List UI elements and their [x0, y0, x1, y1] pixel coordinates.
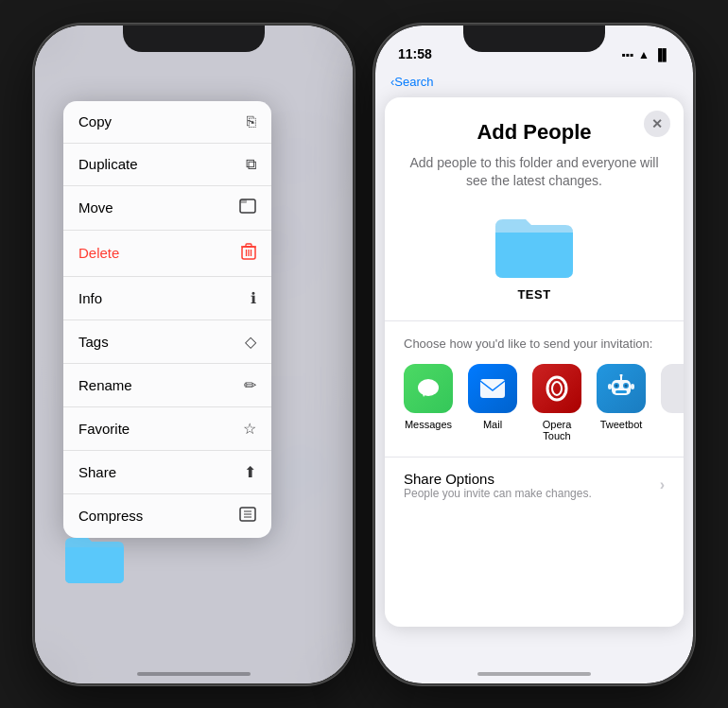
rename-icon: ✏: [244, 376, 256, 394]
svg-point-21: [625, 384, 628, 387]
menu-label-info: Info: [78, 290, 102, 306]
svg-point-12: [418, 379, 439, 396]
home-indicator: [137, 672, 251, 676]
app-messages[interactable]: Messages: [404, 364, 453, 430]
left-screen: 11:58 ▪▪▪ ▲ ▐▌ ‹ Search Copy ⎘ Duplicate…: [35, 26, 353, 683]
tweetbot-label: Tweetbot: [600, 419, 643, 430]
menu-item-favorite[interactable]: Favorite ☆: [63, 407, 271, 451]
modal-title: Add People: [404, 120, 665, 145]
menu-item-rename[interactable]: Rename ✏: [63, 364, 271, 407]
svg-point-15: [547, 377, 566, 400]
status-icons-right: ▪▪▪ ▲ ▐▌: [621, 48, 670, 61]
nav-back-label-right[interactable]: Search: [394, 75, 433, 89]
menu-item-delete[interactable]: Delete: [63, 231, 271, 277]
wifi-icon-right: ▲: [638, 48, 650, 61]
share-options-sub: People you invite can make changes.: [404, 487, 592, 500]
tweetbot-icon: [597, 364, 646, 413]
app-more[interactable]: [661, 364, 684, 413]
notch: [463, 26, 605, 52]
notch: [123, 26, 265, 52]
messages-icon: [404, 364, 453, 413]
menu-label-rename: Rename: [78, 377, 132, 393]
share-prompt: Choose how you'd like to send your invit…: [404, 337, 665, 351]
menu-label-share: Share: [78, 464, 116, 480]
messages-label: Messages: [405, 419, 452, 430]
svg-point-19: [615, 384, 618, 387]
share-options-row[interactable]: Share Options People you invite can make…: [404, 458, 665, 513]
menu-label-delete: Delete: [78, 245, 119, 261]
chevron-right-icon: ›: [660, 476, 665, 493]
opera-label: Opera Touch: [532, 419, 581, 441]
opera-icon: [532, 364, 581, 413]
svg-rect-26: [631, 384, 634, 389]
folder-right: TEST: [404, 208, 665, 302]
menu-item-copy[interactable]: Copy ⎘: [63, 101, 271, 144]
share-section: Choose how you'd like to send your invit…: [385, 321, 684, 513]
compress-icon: [239, 507, 256, 526]
add-people-modal: ✕ Add People Add people to this folder a…: [385, 97, 684, 627]
menu-label-favorite: Favorite: [78, 421, 130, 437]
share-icon: ⬆: [244, 463, 256, 481]
menu-label-copy: Copy: [78, 113, 112, 130]
menu-label-move: Move: [78, 199, 113, 216]
signal-icon-right: ▪▪▪: [621, 48, 633, 61]
tags-icon: ◇: [245, 333, 256, 351]
app-opera[interactable]: Opera Touch: [532, 364, 581, 441]
svg-rect-14: [480, 379, 505, 398]
context-menu: Copy ⎘ Duplicate ⧉ Move Delete: [63, 101, 271, 538]
more-apps-icon: [661, 364, 684, 413]
trash-icon: [241, 243, 256, 264]
right-phone: 11:58 ▪▪▪ ▲ ▐▌ ‹ Search ✕ Add People Add…: [373, 24, 695, 685]
modal-subtitle: Add people to this folder and everyone w…: [404, 154, 665, 191]
app-tweetbot[interactable]: Tweetbot: [597, 364, 646, 430]
left-phone: 11:58 ▪▪▪ ▲ ▐▌ ‹ Search Copy ⎘ Duplicate…: [33, 24, 355, 685]
share-options-text: Share Options People you invite can make…: [404, 471, 592, 500]
app-mail[interactable]: Mail: [468, 364, 517, 430]
svg-point-24: [620, 374, 623, 377]
move-icon: [239, 199, 256, 217]
svg-rect-25: [608, 384, 612, 389]
close-icon: ✕: [651, 116, 663, 131]
svg-rect-22: [615, 390, 627, 393]
share-options-title: Share Options: [404, 471, 592, 487]
menu-item-info[interactable]: Info ℹ: [63, 277, 271, 320]
right-screen: 11:58 ▪▪▪ ▲ ▐▌ ‹ Search ✕ Add People Add…: [375, 26, 693, 683]
folder-name: TEST: [517, 287, 550, 302]
menu-label-duplicate: Duplicate: [78, 156, 138, 172]
close-button[interactable]: ✕: [644, 111, 670, 137]
menu-item-move[interactable]: Move: [63, 186, 271, 231]
home-indicator-right: [477, 672, 591, 676]
status-time-right: 11:58: [398, 46, 432, 61]
modal-content: Add People Add people to this folder and…: [385, 97, 684, 302]
mail-icon: [468, 364, 517, 413]
mail-label: Mail: [483, 419, 502, 430]
nav-bar-right: ‹ Search: [375, 67, 693, 97]
menu-label-tags: Tags: [78, 334, 109, 350]
info-icon: ℹ: [251, 289, 256, 307]
svg-point-16: [552, 382, 562, 395]
menu-item-duplicate[interactable]: Duplicate ⧉: [63, 144, 271, 186]
menu-item-tags[interactable]: Tags ◇: [63, 320, 271, 364]
svg-rect-4: [246, 244, 251, 247]
star-icon: ☆: [243, 420, 256, 438]
copy-icon: ⎘: [247, 113, 256, 130]
folder-left: [61, 528, 128, 589]
svg-rect-1: [240, 199, 247, 203]
menu-item-share[interactable]: Share ⬆: [63, 451, 271, 494]
duplicate-icon: ⧉: [246, 156, 256, 173]
share-apps-row: Messages Mail Opera Touch: [404, 364, 665, 441]
battery-icon-right: ▐▌: [654, 48, 670, 61]
menu-label-compress: Compress: [78, 508, 143, 524]
